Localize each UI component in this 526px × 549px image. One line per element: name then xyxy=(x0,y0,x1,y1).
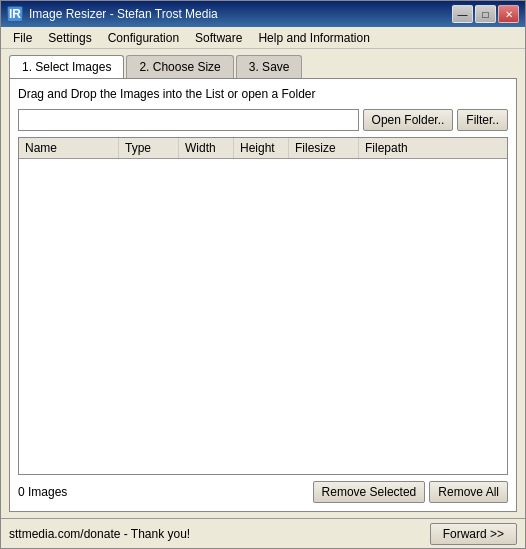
search-row: Open Folder.. Filter.. xyxy=(18,109,508,131)
app-icon: IR xyxy=(7,6,23,22)
col-filepath: Filepath xyxy=(359,138,507,158)
panel: Drag and Drop the Images into the List o… xyxy=(9,78,517,512)
bottom-bar: 0 Images Remove Selected Remove All xyxy=(18,481,508,503)
tab-choose-size[interactable]: 2. Choose Size xyxy=(126,55,233,78)
tab-select-images[interactable]: 1. Select Images xyxy=(9,55,124,78)
tab-bar: 1. Select Images 2. Choose Size 3. Save xyxy=(9,55,517,78)
menu-help[interactable]: Help and Information xyxy=(250,29,377,47)
col-height: Height xyxy=(234,138,289,158)
status-text: sttmedia.com/donate - Thank you! xyxy=(9,527,190,541)
title-bar-buttons: — □ ✕ xyxy=(452,5,519,23)
menu-file[interactable]: File xyxy=(5,29,40,47)
tab-save[interactable]: 3. Save xyxy=(236,55,303,78)
maximize-button[interactable]: □ xyxy=(475,5,496,23)
col-filesize: Filesize xyxy=(289,138,359,158)
remove-selected-button[interactable]: Remove Selected xyxy=(313,481,426,503)
title-bar-left: IR Image Resizer - Stefan Trost Media xyxy=(7,6,218,22)
col-type: Type xyxy=(119,138,179,158)
file-table: Name Type Width Height Filesize Filepath xyxy=(18,137,508,475)
table-header: Name Type Width Height Filesize Filepath xyxy=(19,138,507,159)
menu-settings[interactable]: Settings xyxy=(40,29,99,47)
table-body xyxy=(19,159,507,359)
image-count: 0 Images xyxy=(18,485,309,499)
menu-configuration[interactable]: Configuration xyxy=(100,29,187,47)
title-bar: IR Image Resizer - Stefan Trost Media — … xyxy=(1,1,525,27)
forward-button[interactable]: Forward >> xyxy=(430,523,517,545)
menu-software[interactable]: Software xyxy=(187,29,250,47)
main-window: IR Image Resizer - Stefan Trost Media — … xyxy=(0,0,526,549)
open-folder-button[interactable]: Open Folder.. xyxy=(363,109,454,131)
status-bar: sttmedia.com/donate - Thank you! Forward… xyxy=(1,518,525,548)
col-width: Width xyxy=(179,138,234,158)
minimize-button[interactable]: — xyxy=(452,5,473,23)
window-title: Image Resizer - Stefan Trost Media xyxy=(29,7,218,21)
col-name: Name xyxy=(19,138,119,158)
path-input[interactable] xyxy=(18,109,359,131)
panel-instruction: Drag and Drop the Images into the List o… xyxy=(18,87,508,101)
close-button[interactable]: ✕ xyxy=(498,5,519,23)
main-content: 1. Select Images 2. Choose Size 3. Save … xyxy=(1,49,525,518)
menu-bar: File Settings Configuration Software Hel… xyxy=(1,27,525,49)
filter-button[interactable]: Filter.. xyxy=(457,109,508,131)
remove-all-button[interactable]: Remove All xyxy=(429,481,508,503)
